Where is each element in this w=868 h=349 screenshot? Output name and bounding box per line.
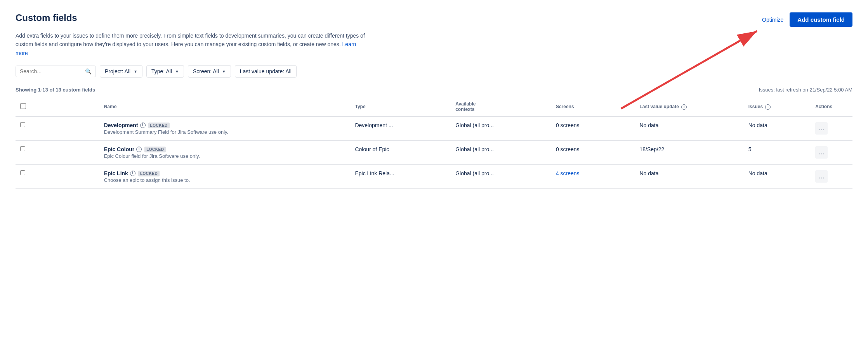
field-screens-cell: 4 screens: [551, 165, 635, 189]
field-issues-cell: 5: [744, 141, 811, 165]
field-last-update-cell: No data: [635, 165, 743, 189]
select-all-checkbox[interactable]: [20, 103, 26, 109]
locked-badge: LOCKED: [148, 123, 170, 128]
field-name-cell: Epic LinkiLOCKEDChoose an epic to assign…: [99, 165, 351, 189]
field-actions-cell: …: [811, 165, 852, 189]
field-contexts-cell: Global (all pro...: [451, 141, 551, 165]
screens-link[interactable]: 4 screens: [556, 170, 580, 176]
field-issues-cell: No data: [744, 165, 811, 189]
screen-filter[interactable]: Screen: All ▼: [188, 65, 231, 78]
field-contexts-cell: Global (all pro...: [451, 165, 551, 189]
col-header-issues: Issues i: [744, 97, 811, 116]
page-title: Custom fields: [16, 12, 77, 23]
table-row: DevelopmentiLOCKEDDevelopment Summary Fi…: [16, 116, 852, 141]
chevron-down-icon: ▼: [134, 69, 137, 74]
row-checkbox[interactable]: [20, 146, 25, 151]
row-checkbox[interactable]: [20, 170, 25, 175]
col-header-screens: Screens: [551, 97, 635, 116]
project-filter[interactable]: Project: All ▼: [100, 65, 142, 78]
filters-row: 🔍 Project: All ▼ Type: All ▼ Screen: All…: [16, 65, 852, 78]
table-header-row: Name Type Availablecontexts Screens Last…: [16, 97, 852, 116]
col-header-contexts: Availablecontexts: [451, 97, 551, 116]
last-update-info-icon[interactable]: i: [681, 104, 687, 110]
field-name-cell: DevelopmentiLOCKEDDevelopment Summary Fi…: [99, 116, 351, 141]
add-custom-field-button[interactable]: Add custom field: [790, 12, 852, 27]
custom-fields-page: Custom fields Optimize Add custom field …: [0, 0, 868, 201]
row-checkbox[interactable]: [20, 122, 25, 127]
field-info-icon[interactable]: i: [130, 171, 135, 176]
page-description: Add extra fields to your issues to defin…: [16, 31, 365, 57]
actions-menu-button[interactable]: …: [815, 122, 828, 135]
last-value-filter[interactable]: Last value update: All: [235, 65, 297, 78]
field-screens-cell: 0 screens: [551, 141, 635, 165]
field-info-icon[interactable]: i: [140, 123, 146, 128]
locked-badge: LOCKED: [144, 147, 166, 152]
field-last-update-cell: 18/Sep/22: [635, 141, 743, 165]
optimize-link[interactable]: Optimize: [762, 17, 783, 23]
field-type-cell: Development ...: [350, 116, 451, 141]
type-filter[interactable]: Type: All ▼: [146, 65, 184, 78]
table-meta: Showing 1-13 of 13 custom fields Issues:…: [16, 87, 852, 93]
issues-info-icon[interactable]: i: [765, 104, 771, 110]
field-type-cell: Epic Link Rela...: [350, 165, 451, 189]
locked-badge: LOCKED: [138, 171, 160, 176]
field-description: Choose an epic to assign this issue to.: [104, 177, 346, 183]
select-all-col: [16, 97, 99, 116]
header-row: Custom fields Optimize Add custom field: [16, 12, 852, 27]
actions-menu-button[interactable]: …: [815, 170, 828, 183]
field-name: Epic Colour: [104, 146, 135, 152]
field-name-cell: Epic ColouriLOCKEDEpic Colour field for …: [99, 141, 351, 165]
custom-fields-table: Name Type Availablecontexts Screens Last…: [16, 97, 852, 189]
field-actions-cell: …: [811, 116, 852, 141]
row-checkbox-cell: [16, 141, 99, 165]
row-checkbox-cell: [16, 165, 99, 189]
col-header-name: Name: [99, 97, 351, 116]
field-name: Epic Link: [104, 170, 128, 176]
table-row: Epic LinkiLOCKEDChoose an epic to assign…: [16, 165, 852, 189]
chevron-down-icon: ▼: [222, 69, 226, 74]
field-info-icon[interactable]: i: [136, 147, 142, 152]
field-type-cell: Colour of Epic: [350, 141, 451, 165]
field-description: Development Summary Field for Jira Softw…: [104, 129, 346, 135]
header-actions: Optimize Add custom field: [762, 12, 852, 27]
showing-count: Showing 1-13 of 13 custom fields: [16, 87, 95, 93]
actions-menu-button[interactable]: …: [815, 146, 828, 159]
table-row: Epic ColouriLOCKEDEpic Colour field for …: [16, 141, 852, 165]
search-input[interactable]: [20, 68, 82, 74]
field-screens-cell: 0 screens: [551, 116, 635, 141]
search-icon: 🔍: [85, 68, 92, 74]
field-contexts-cell: Global (all pro...: [451, 116, 551, 141]
field-description: Epic Colour field for Jira Software use …: [104, 153, 346, 159]
field-actions-cell: …: [811, 141, 852, 165]
row-checkbox-cell: [16, 116, 99, 141]
col-header-actions: Actions: [811, 97, 852, 116]
col-header-type: Type: [350, 97, 451, 116]
field-last-update-cell: No data: [635, 116, 743, 141]
chevron-down-icon: ▼: [175, 69, 179, 74]
field-name: Development: [104, 122, 138, 128]
field-issues-cell: No data: [744, 116, 811, 141]
col-header-last-update: Last value update i: [635, 97, 743, 116]
search-box[interactable]: 🔍: [16, 66, 96, 77]
refresh-info: Issues: last refresh on 21/Sep/22 5:00 A…: [759, 87, 852, 93]
